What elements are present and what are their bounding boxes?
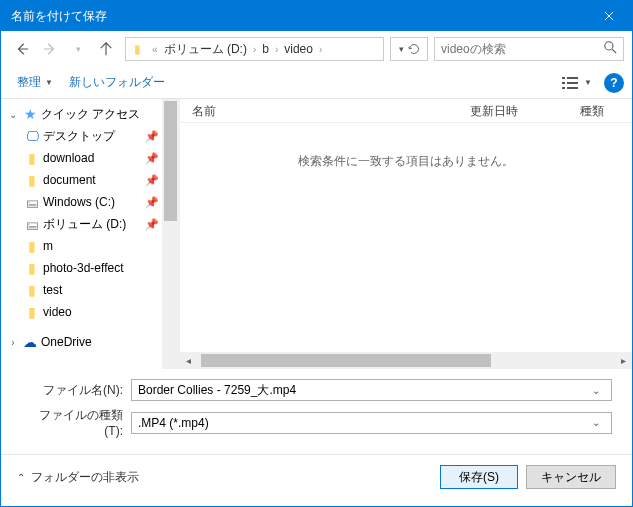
refresh-area[interactable]: ▾ <box>390 37 428 61</box>
chevron-left-icon: « <box>148 44 162 55</box>
close-icon <box>604 11 614 21</box>
tree-item[interactable]: ▮photo-3d-effect <box>1 257 179 279</box>
monitor-icon: 🖵 <box>23 129 41 144</box>
chevron-down-icon: ▾ <box>76 44 81 54</box>
svg-rect-3 <box>562 82 565 84</box>
tree-item[interactable]: ▮m <box>1 235 179 257</box>
filename-field[interactable] <box>138 383 587 397</box>
hide-folders-label: フォルダーの非表示 <box>31 469 139 486</box>
new-folder-button[interactable]: 新しいフォルダー <box>61 70 173 95</box>
tree-item[interactable]: 🖴ボリューム (D:)📌 <box>1 213 179 235</box>
tree-onedrive[interactable]: › ☁ OneDrive <box>1 331 179 353</box>
breadcrumb-segment[interactable]: ボリューム (D:) <box>162 41 249 58</box>
recent-dropdown[interactable]: ▾ <box>65 36 91 62</box>
tree-quick-access[interactable]: ⌄ ★ クイック アクセス <box>1 103 179 125</box>
folder-icon: ▮ <box>126 42 148 56</box>
cloud-icon: ☁ <box>21 334 39 350</box>
chevron-down-icon[interactable]: ⌄ <box>587 417 605 428</box>
folder-icon: ▮ <box>23 260 41 276</box>
refresh-icon <box>408 43 420 55</box>
form-area: ファイル名(N): ⌄ ファイルの種類(T): .MP4 (*.mp4) ⌄ <box>1 369 632 450</box>
file-list[interactable]: 名前 更新日時 種類 検索条件に一致する項目はありません。 ◂ ▸ <box>179 99 632 369</box>
drive-icon: 🖴 <box>23 217 41 232</box>
pin-icon: 📌 <box>145 130 159 143</box>
chevron-right-icon: › <box>315 44 326 55</box>
organize-menu[interactable]: 整理 ▼ <box>9 70 61 95</box>
save-button[interactable]: 保存(S) <box>440 465 518 489</box>
help-icon: ? <box>610 76 617 90</box>
tree-label: test <box>43 283 62 297</box>
tree-item[interactable]: ▮test <box>1 279 179 301</box>
svg-rect-2 <box>567 77 578 79</box>
footer: ⌃ フォルダーの非表示 保存(S) キャンセル <box>1 455 632 501</box>
arrow-right-icon <box>43 42 57 56</box>
up-button[interactable] <box>93 36 119 62</box>
svg-point-0 <box>605 42 613 50</box>
column-date[interactable]: 更新日時 <box>458 99 568 122</box>
chevron-down-icon[interactable]: ⌄ <box>7 109 19 120</box>
scroll-right-icon[interactable]: ▸ <box>615 352 632 369</box>
chevron-down-icon[interactable]: ⌄ <box>587 385 605 396</box>
svg-rect-6 <box>567 87 578 89</box>
drive-icon: 🖴 <box>23 195 41 210</box>
tree-label: OneDrive <box>41 335 92 349</box>
horizontal-scrollbar[interactable]: ◂ ▸ <box>180 352 632 369</box>
breadcrumb[interactable]: ▮ « ボリューム (D:) › b › video › <box>125 37 384 61</box>
breadcrumb-segment[interactable]: b <box>260 42 271 56</box>
close-button[interactable] <box>586 1 632 31</box>
tree-label: photo-3d-effect <box>43 261 124 275</box>
search-input[interactable] <box>434 37 624 61</box>
main-area: ⌄ ★ クイック アクセス 🖵デスクトップ📌 ▮download📌 ▮docum… <box>1 99 632 369</box>
folder-icon: ▮ <box>23 150 41 166</box>
filename-label: ファイル名(N): <box>21 382 131 399</box>
column-type[interactable]: 種類 <box>568 99 632 122</box>
folder-icon: ▮ <box>23 304 41 320</box>
column-name[interactable]: 名前 <box>180 99 458 122</box>
help-button[interactable]: ? <box>604 73 624 93</box>
back-button[interactable] <box>9 36 35 62</box>
view-options[interactable]: ▼ <box>558 73 596 93</box>
svg-rect-4 <box>567 82 578 84</box>
new-folder-label: 新しいフォルダー <box>69 74 165 91</box>
tree-label: m <box>43 239 53 253</box>
tree-scrollbar[interactable] <box>162 99 179 369</box>
tree-item[interactable]: ▮download📌 <box>1 147 179 169</box>
hide-folders-toggle[interactable]: ⌃ フォルダーの非表示 <box>17 469 139 486</box>
tree-label: ボリューム (D:) <box>43 216 126 233</box>
filetype-label: ファイルの種類(T): <box>21 407 131 438</box>
tree-label: video <box>43 305 72 319</box>
view-icon <box>562 77 578 89</box>
tree-item[interactable]: 🖵デスクトップ📌 <box>1 125 179 147</box>
filetype-value: .MP4 (*.mp4) <box>138 416 587 430</box>
search-icon[interactable] <box>604 41 617 57</box>
folder-icon: ▮ <box>23 172 41 188</box>
cancel-button[interactable]: キャンセル <box>526 465 616 489</box>
chevron-down-icon: ▾ <box>399 44 404 54</box>
toolbar: 整理 ▼ 新しいフォルダー ▼ ? <box>1 67 632 99</box>
scroll-left-icon[interactable]: ◂ <box>180 352 197 369</box>
arrow-up-icon <box>99 42 113 56</box>
svg-rect-5 <box>562 87 565 89</box>
search-field[interactable] <box>441 42 604 56</box>
chevron-right-icon[interactable]: › <box>7 337 19 348</box>
filename-input[interactable]: ⌄ <box>131 379 612 401</box>
scrollbar-thumb[interactable] <box>201 354 491 367</box>
window-title: 名前を付けて保存 <box>11 8 586 25</box>
folder-tree[interactable]: ⌄ ★ クイック アクセス 🖵デスクトップ📌 ▮download📌 ▮docum… <box>1 99 179 369</box>
pin-icon: 📌 <box>145 218 159 231</box>
folder-icon: ▮ <box>23 282 41 298</box>
chevron-down-icon: ▼ <box>584 78 592 87</box>
tree-item[interactable]: 🖴Windows (C:)📌 <box>1 191 179 213</box>
filetype-select[interactable]: .MP4 (*.mp4) ⌄ <box>131 412 612 434</box>
navbar: ▾ ▮ « ボリューム (D:) › b › video › ▾ <box>1 31 632 67</box>
chevron-down-icon: ▼ <box>45 78 53 87</box>
pin-icon: 📌 <box>145 174 159 187</box>
tree-label: download <box>43 151 94 165</box>
svg-rect-1 <box>562 77 565 79</box>
forward-button[interactable] <box>37 36 63 62</box>
scrollbar-thumb[interactable] <box>164 101 177 221</box>
tree-item[interactable]: ▮document📌 <box>1 169 179 191</box>
breadcrumb-segment[interactable]: video <box>282 42 315 56</box>
tree-label: デスクトップ <box>43 128 115 145</box>
tree-item[interactable]: ▮video <box>1 301 179 323</box>
